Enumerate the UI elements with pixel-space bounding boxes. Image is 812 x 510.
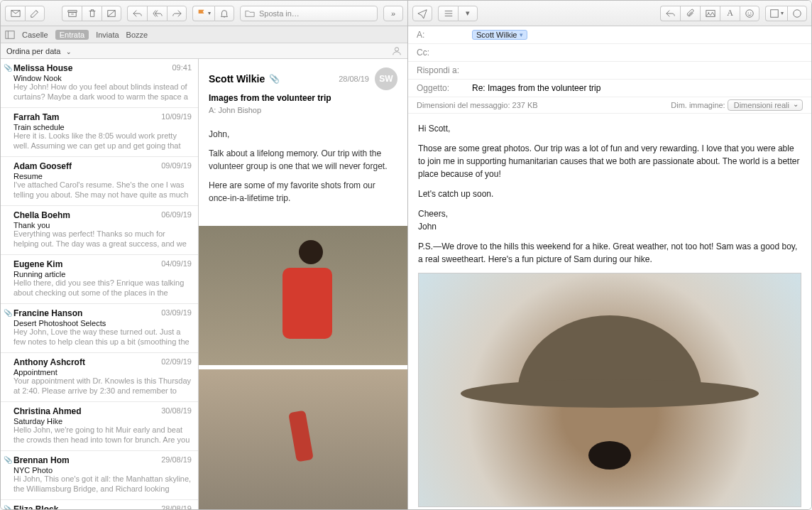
- svg-point-6: [748, 12, 749, 13]
- message-sender: Christina Ahmed: [13, 406, 82, 416]
- compose-icon: [30, 9, 40, 18]
- header-fields-button[interactable]: [438, 6, 458, 21]
- recipient-name: Scott Wilkie: [476, 31, 517, 39]
- compose-paragraph: Let's catch up soon.: [418, 188, 801, 200]
- message-item[interactable]: Farrah Tam10/09/19Train scheduleHere it …: [1, 108, 198, 157]
- to-label: A:: [417, 30, 466, 40]
- folder-icon: [245, 9, 255, 18]
- move-to-dropdown[interactable]: Sposta in…: [240, 6, 378, 21]
- compose-toolbar: ▾: [408, 1, 811, 26]
- list-reader-split: 📎Melissa House09:41Window NookHey John! …: [1, 59, 407, 509]
- mute-button[interactable]: [214, 6, 234, 21]
- list-icon: [444, 9, 454, 18]
- drafts-tab[interactable]: Bozze: [126, 31, 148, 39]
- compose-paragraph: Those are some great photos. Our trip wa…: [418, 142, 801, 180]
- archive-icon: [67, 9, 77, 18]
- to-field[interactable]: A: Scott Wilkie ▾: [408, 26, 811, 44]
- archive-button[interactable]: [62, 6, 82, 21]
- get-mail-button[interactable]: [5, 6, 25, 21]
- send-icon: [417, 9, 427, 18]
- reply-all-button[interactable]: [147, 6, 167, 21]
- emoji-icon: [745, 9, 755, 18]
- chevron-down-icon: ⌄: [66, 48, 72, 55]
- photo-button[interactable]: [700, 6, 720, 21]
- format-button[interactable]: A: [720, 6, 740, 21]
- message-subject: Thank you: [13, 221, 192, 229]
- font-icon: A: [727, 8, 733, 18]
- subject-field[interactable]: Oggetto: Re: Images from the volunteer t…: [408, 80, 811, 97]
- attachment-image[interactable]: [199, 226, 407, 366]
- mailboxes-tab[interactable]: Caselle: [22, 31, 48, 39]
- compose-paragraph: Cheers,: [418, 209, 448, 219]
- message-item[interactable]: 📎Francine Hanson03/09/19Desert Photoshoo…: [1, 304, 198, 353]
- cc-field[interactable]: Cc:: [408, 44, 811, 62]
- message-sender: Melissa House: [13, 63, 72, 73]
- message-preview: Hey John, Love the way these turned out.…: [13, 327, 192, 347]
- message-preview: I've attached Carol's resume. She's the …: [13, 180, 192, 200]
- chevrons-icon: »: [391, 9, 395, 18]
- message-size: Dimensioni del messaggio: 237 KB: [417, 101, 538, 109]
- reply-to-field[interactable]: Rispondi a:: [408, 62, 811, 80]
- reply-button[interactable]: [127, 6, 147, 21]
- sort-bar[interactable]: Ordina per data ⌄: [1, 43, 407, 59]
- message-subject: Window Nook: [13, 74, 192, 82]
- message-subject: Desert Photoshoot Selects: [13, 319, 192, 327]
- svg-point-9: [794, 9, 801, 17]
- markup-icon: [769, 9, 779, 18]
- flag-icon: [197, 9, 207, 18]
- sent-tab[interactable]: Inviata: [96, 31, 119, 39]
- emoji-button[interactable]: [740, 6, 759, 21]
- message-preview: Hello there, did you see this? Enrique w…: [13, 278, 192, 298]
- message-item[interactable]: 📎Melissa House09:41Window NookHey John! …: [1, 59, 198, 108]
- attachment-icon: 📎: [269, 74, 280, 84]
- photo-icon: [706, 9, 715, 18]
- attachment-image[interactable]: [199, 369, 407, 509]
- junk-button[interactable]: [102, 6, 121, 21]
- hat-shape: [517, 315, 702, 394]
- svg-rect-8: [771, 9, 779, 17]
- compose-button[interactable]: [25, 6, 45, 21]
- message-date: 06/09/19: [161, 210, 192, 220]
- recipient-pill[interactable]: Scott Wilkie ▾: [472, 30, 527, 40]
- delete-button[interactable]: [82, 6, 102, 21]
- attach-button[interactable]: [680, 6, 700, 21]
- chevron-down-icon: ▾: [208, 10, 211, 16]
- message-item[interactable]: 📎Eliza Block28/08/19Team outing successH…: [1, 500, 198, 509]
- message-item[interactable]: Christina Ahmed30/08/19Saturday HikeHell…: [1, 402, 198, 451]
- message-date: 29/08/19: [161, 455, 192, 465]
- message-list[interactable]: 📎Melissa House09:41Window NookHey John! …: [1, 59, 199, 509]
- attachment-icon: 📎: [4, 505, 12, 509]
- message-preview: Hi John, This one's got it all: the Manh…: [13, 474, 192, 494]
- format-dropdown-button[interactable]: ▾: [458, 6, 478, 21]
- message-item[interactable]: 📎Brennan Hom29/08/19NYC PhotoHi John, Th…: [1, 451, 198, 500]
- message-item[interactable]: Adam Gooseff09/09/19ResumeI've attached …: [1, 157, 198, 206]
- inbox-tab[interactable]: Entrata: [55, 30, 89, 40]
- reply-inline-button[interactable]: [660, 6, 680, 21]
- message-date: 04/09/19: [161, 259, 192, 269]
- send-button[interactable]: [412, 6, 432, 21]
- flag-button[interactable]: ▾: [192, 6, 214, 21]
- message-item[interactable]: Chella Boehm06/09/19Thank youEverything …: [1, 206, 198, 255]
- reader-subject: Images from the volunteer trip: [209, 93, 397, 103]
- forward-button[interactable]: [167, 6, 187, 21]
- message-subject: Saturday Hike: [13, 417, 192, 425]
- trash-icon: [87, 9, 97, 18]
- overflow-button[interactable]: »: [383, 6, 403, 21]
- message-item[interactable]: Eugene Kim04/09/19Running articleHello t…: [1, 255, 198, 304]
- message-preview: Your appointment with Dr. Knowles is thi…: [13, 376, 192, 396]
- markup-button[interactable]: ▾: [765, 6, 787, 21]
- svg-point-5: [746, 9, 754, 17]
- image-size-dropdown[interactable]: Dimensioni reali: [728, 99, 803, 111]
- share-button[interactable]: [787, 6, 807, 21]
- message-date: 28/08/19: [161, 504, 192, 509]
- compose-body[interactable]: Hi Scott, Those are some great photos. O…: [408, 114, 811, 509]
- contact-icon[interactable]: [392, 46, 402, 56]
- message-item[interactable]: Anthony Ashcroft02/09/19AppointmentYour …: [1, 353, 198, 402]
- sort-label: Ordina per data: [6, 47, 60, 55]
- envelope-icon: [11, 9, 21, 18]
- inline-image[interactable]: [418, 273, 801, 507]
- attachment-icon: 📎: [4, 64, 12, 72]
- forward-icon: [172, 9, 182, 18]
- junk-icon: [106, 9, 116, 18]
- sidebar-toggle-icon[interactable]: [5, 30, 15, 40]
